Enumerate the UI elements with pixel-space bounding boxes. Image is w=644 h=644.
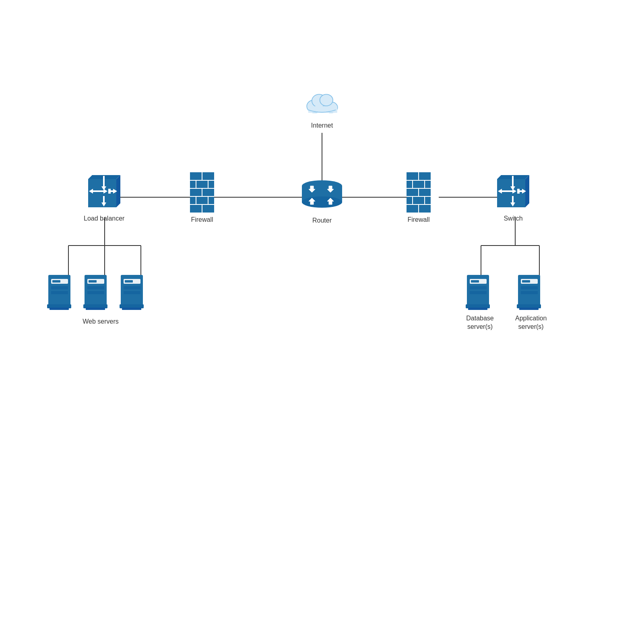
firewall-left-node: Firewall: [190, 172, 214, 224]
svg-point-18: [320, 94, 333, 106]
network-diagram: Internet Router: [0, 0, 644, 644]
firewall-left-icon: [190, 172, 214, 213]
internet-label: Internet: [311, 122, 333, 130]
svg-rect-69: [51, 291, 68, 294]
firewall-right-label: Firewall: [407, 216, 429, 224]
svg-point-22: [302, 196, 342, 208]
app-server-label: Application server(s): [515, 314, 547, 331]
switch-node: Switch: [493, 171, 533, 223]
svg-rect-83: [124, 291, 140, 294]
svg-rect-95: [522, 280, 530, 283]
firewall-right-node: Firewall: [407, 172, 431, 224]
web-server-2-node: [83, 273, 113, 311]
web-server-1-icon: [46, 273, 76, 311]
switch-label: Switch: [504, 215, 522, 223]
router-node: Router: [300, 177, 344, 225]
svg-rect-99: [519, 308, 539, 310]
router-label: Router: [312, 217, 332, 225]
svg-rect-81: [125, 280, 133, 283]
load-balancer-icon: [84, 171, 124, 211]
app-server-icon: [516, 273, 546, 311]
web-server-3-node: [119, 273, 149, 311]
svg-rect-82: [124, 286, 140, 289]
web-servers-label: Web servers: [60, 318, 141, 325]
svg-rect-92: [468, 308, 487, 310]
db-server-icon: [465, 273, 495, 311]
svg-rect-78: [86, 308, 105, 310]
svg-rect-75: [87, 286, 104, 289]
web-server-1-node: [46, 273, 76, 311]
load-balancer-label: Load balancer: [84, 215, 124, 223]
app-server-node: Application server(s): [515, 273, 547, 331]
svg-rect-89: [470, 286, 487, 289]
svg-rect-76: [87, 291, 104, 294]
svg-rect-71: [50, 308, 69, 310]
svg-rect-74: [89, 280, 97, 283]
web-server-3-icon: [119, 273, 149, 311]
web-server-2-icon: [83, 273, 113, 311]
svg-rect-85: [122, 308, 141, 310]
db-server-node: Database server(s): [465, 273, 495, 331]
svg-rect-97: [521, 291, 538, 294]
load-balancer-node: Load balancer: [84, 171, 124, 223]
db-server-label: Database server(s): [466, 314, 494, 331]
svg-rect-19: [308, 106, 337, 113]
firewall-left-label: Firewall: [191, 216, 213, 224]
svg-rect-88: [471, 280, 479, 283]
router-icon: [300, 177, 344, 213]
switch-icon: [493, 171, 533, 211]
svg-rect-67: [52, 280, 60, 283]
cloud-icon: [304, 89, 340, 118]
svg-rect-68: [51, 286, 68, 289]
svg-rect-90: [470, 291, 487, 294]
svg-rect-96: [521, 286, 538, 289]
firewall-right-icon: [407, 172, 431, 213]
internet-node: Internet: [304, 89, 340, 130]
